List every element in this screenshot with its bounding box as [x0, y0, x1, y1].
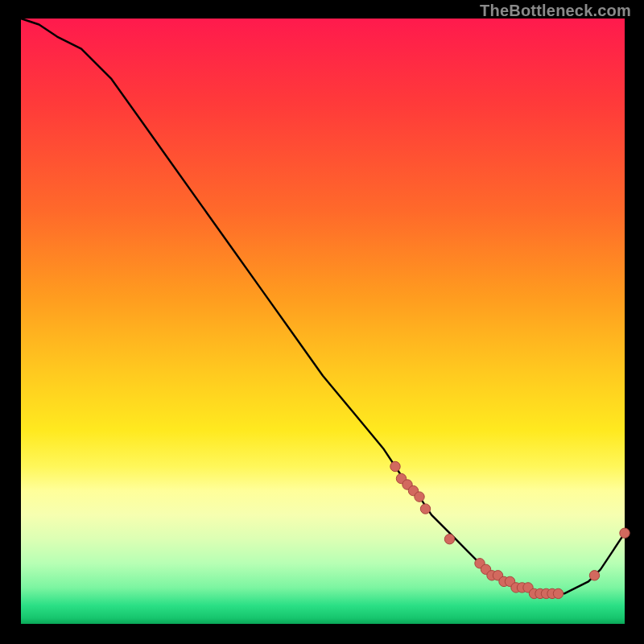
curve-marker — [444, 535, 454, 544]
curve-marker — [390, 461, 400, 471]
watermark-text: TheBottleneck.com — [480, 2, 631, 20]
curve-marker — [553, 588, 563, 598]
curve-marker — [415, 492, 424, 502]
chart-svg — [21, 19, 625, 624]
bottleneck-curve — [21, 19, 625, 593]
curve-marker — [420, 504, 430, 514]
curve-markers — [390, 461, 630, 598]
curve-marker — [620, 528, 630, 538]
curve-marker — [589, 571, 599, 580]
chart-stage: TheBottleneck.com — [0, 0, 644, 644]
